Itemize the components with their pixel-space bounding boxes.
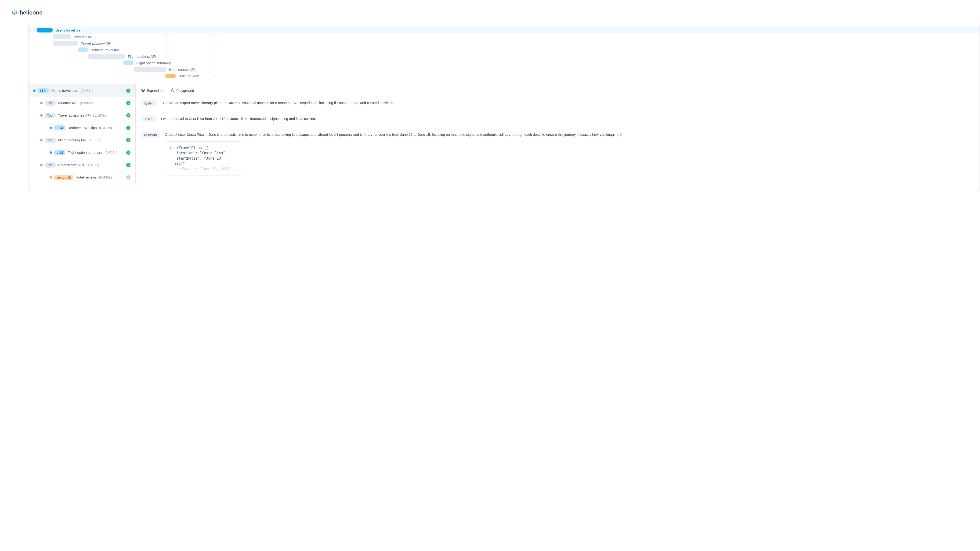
timeline-label: Flight booking API [128,54,156,59]
timeline-label: Hotel reviews [178,74,199,78]
code-line: "location": "Costa Rica", [170,151,237,156]
trace-row[interactable]: LLMUser's travel plan(0.631s) [29,84,135,97]
trace-type-badge: LLM [54,125,65,130]
message-text: You are an expert travel itinerary plann… [162,100,394,105]
trace-name: User's travel plan [51,89,78,92]
trace-type-badge: LLM [38,88,49,93]
trace-type-badge: Tool [45,162,56,168]
timeline-row[interactable]: Retrieve travel tips [29,46,980,53]
trace-type-badge: Tool [45,100,56,106]
trace-duration: (1.683s) [89,138,102,142]
success-check-icon [126,138,130,142]
trace-type-badge: Tool [45,138,56,143]
timeline-bar [78,48,88,52]
trace-name: Flight booking API [58,138,86,142]
trace-name: Weather API [58,101,78,105]
timeline-bar [52,41,78,46]
trace-type-badge: Tool [45,113,56,118]
trace-name: Hotel reviews [76,175,97,179]
code-line: userTravelPlans ({ [170,145,237,151]
message-assistant: Assistant Great choice! Costa Rica in Ju… [141,132,974,175]
trace-dot [40,102,43,104]
timeline-row[interactable]: Weather API [29,33,980,40]
trace-dot [40,164,43,166]
trace-row[interactable]: ToolHotel search API(1.457s) [29,159,135,171]
trace-row[interactable]: LLMRetrieve travel tips(0.412s) [29,122,135,134]
flask-icon [170,88,175,93]
code-line: "startDates": "June 10, 2024", [170,156,237,167]
timeline-bar [88,54,125,59]
main-panel: User's travel planWeather APITravel advi… [28,23,980,191]
trace-dot [40,114,43,117]
timeline-row[interactable]: Flight booking API [29,53,980,60]
trace-duration: (1.187s) [93,113,106,117]
timeline-label: Retrieve travel tips [91,48,119,52]
trace-row[interactable]: ToolFlight booking API(1.683s) [29,134,135,146]
timeline-row[interactable]: Hotel search API [29,66,980,73]
svg-point-0 [142,90,143,91]
timeline-bar [52,34,71,39]
trace-duration: (0.399s) [105,151,118,154]
trace-name: Travel advisories API [58,113,91,117]
code-line: "endDates": "June 10, 2024", [170,167,237,172]
success-check-icon [126,89,130,93]
trace-dot [49,151,52,154]
success-check-icon [126,151,130,155]
timeline-row[interactable]: User's travel plan [29,27,980,33]
message-text: I want to travel to Cost Rica from June … [161,116,316,121]
trace-name: Flight option summary [68,151,102,154]
message-list: System You are an expert travel itinerar… [135,97,980,179]
trace-name: Retrieve travel tips [68,126,97,130]
success-check-icon [126,175,130,179]
playground-button[interactable]: Playground [170,88,194,93]
success-check-icon [126,126,130,130]
timeline-label: Hotel search API [169,68,195,71]
success-check-icon [126,113,130,118]
timeline-bar [134,67,166,72]
expand-all-button[interactable]: Expand all [141,88,163,93]
message-text: Great choice! Costa Rica in June is a fa… [165,132,974,137]
timeline-chart: User's travel planWeather APITravel advi… [29,23,980,84]
timeline-bar [165,74,176,78]
trace-duration: (0.631s) [81,89,94,92]
code-block: userTravelPlans ({ "location": "Costa Ri… [165,141,242,176]
success-check-icon [126,101,130,105]
trace-row[interactable]: LLMFlight option summary(0.399s) [29,146,135,159]
timeline-label: Flight option summary [136,61,171,65]
trace-row[interactable]: ToolTravel advisories API(1.187s) [29,109,135,122]
trace-row[interactable]: ToolWeather API(0.802s) [29,97,135,109]
trace-duration: (1.457s) [86,163,99,167]
eye-icon [141,88,145,93]
role-badge-user: User [141,116,156,122]
trace-dot [33,89,35,92]
playground-label: Playground [176,89,194,92]
trace-dot [49,176,52,178]
timeline-bar [123,60,134,65]
trace-duration: (0.434s) [99,175,112,179]
message-user: User I want to travel to Cost Rica from … [141,116,974,122]
timeline-label: Travel advisory API [81,41,111,45]
message-system: System You are an expert travel itinerar… [141,100,974,106]
role-badge-assistant: Assistant [141,132,160,138]
trace-name: Hotel search API [58,163,84,167]
role-badge-system: System [141,100,158,106]
brand-logo-icon [12,10,17,16]
brand-name: helicone [20,10,42,16]
timeline-label: User's travel plan [56,28,82,32]
timeline-label: Weather API [74,35,93,39]
details-toolbar: Expand all Playground [135,84,980,97]
trace-type-badge: vector_db [54,175,73,180]
trace-dot [40,139,43,141]
brand-header: helicone [12,10,980,16]
trace-tree: LLMUser's travel plan(0.631s)ToolWeather… [29,84,135,183]
expand-all-label: Expand all [147,89,163,92]
success-check-icon [126,163,130,167]
timeline-row[interactable]: Flight option summary [29,60,980,66]
timeline-row[interactable]: Travel advisory API [29,40,980,46]
timeline-bar [37,28,52,32]
details-pane: Expand all Playground System You are an … [135,84,980,183]
trace-duration: (0.802s) [80,101,93,105]
timeline-row[interactable]: Hotel reviews [29,73,980,79]
trace-type-badge: LLM [54,150,65,155]
trace-row[interactable]: vector_dbHotel reviews(0.434s) [29,171,135,183]
